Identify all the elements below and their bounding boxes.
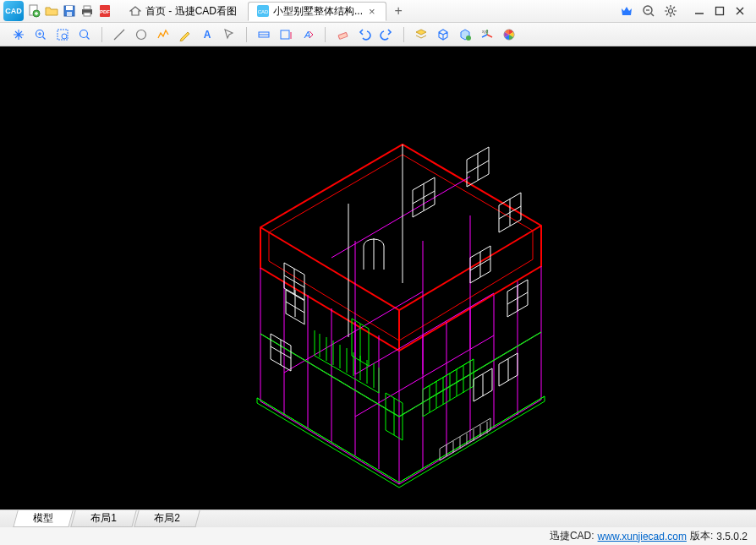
tab-model[interactable]: 模型 — [13, 510, 73, 527]
status-version-label: 版本: — [690, 529, 713, 543]
svg-point-17 — [62, 34, 67, 39]
cad-file-icon: CAD — [257, 5, 269, 17]
line-tool[interactable] — [111, 26, 128, 43]
tab-home[interactable]: 首页 - 迅捷CAD看图 — [120, 2, 246, 21]
svg-rect-7 — [84, 13, 90, 16]
svg-text:A: A — [304, 30, 310, 40]
text-tool[interactable]: A — [199, 26, 216, 43]
color-wheel-tool[interactable] — [501, 26, 518, 43]
vip-icon[interactable] — [619, 3, 634, 19]
tab-home-label: 首页 - 迅捷CAD看图 — [145, 4, 237, 19]
title-bar: CAD PDF 首页 - 迅捷CAD看图 CAD 小型别墅整体结构... × + — [0, 0, 756, 23]
orbit-3d-tool[interactable] — [457, 26, 474, 43]
svg-rect-3 — [66, 6, 73, 10]
zoom-window-tool[interactable] — [54, 26, 71, 43]
minimize-button[interactable] — [690, 3, 709, 19]
layout-tabs: 模型 布局1 布局2 — [0, 510, 756, 527]
tab-active-label: 小型别墅整体结构... — [273, 4, 363, 19]
home-icon — [129, 5, 141, 17]
tab-group: 首页 - 迅捷CAD看图 CAD 小型别墅整体结构... × + — [120, 2, 616, 21]
zoom-out-icon[interactable] — [641, 3, 656, 19]
svg-rect-14 — [716, 8, 724, 15]
app-icon: CAD — [3, 1, 24, 21]
tab-layout1[interactable]: 布局1 — [70, 510, 136, 527]
dim-annotate-tool[interactable]: A — [299, 26, 316, 43]
right-controls — [619, 3, 749, 19]
circle-tool[interactable] — [133, 26, 150, 43]
svg-point-18 — [80, 30, 88, 37]
new-tab-button[interactable]: + — [388, 3, 409, 19]
new-file-button[interactable] — [26, 3, 41, 19]
svg-text:xyz: xyz — [482, 29, 489, 34]
polyline-tool[interactable] — [155, 26, 172, 43]
xyz-axis-tool[interactable]: xyz — [479, 26, 496, 43]
svg-text:CAD: CAD — [258, 9, 269, 14]
maximize-button[interactable] — [710, 3, 729, 19]
status-bar: 迅捷CAD: www.xunjiecad.com 版本: 3.5.0.2 — [0, 527, 756, 545]
pencil-tool[interactable] — [177, 26, 194, 43]
svg-point-25 — [466, 35, 471, 41]
tab-active-file[interactable]: CAD 小型别墅整体结构... × — [248, 2, 386, 21]
svg-text:PDF: PDF — [100, 9, 110, 14]
select-tool[interactable] — [221, 26, 238, 43]
svg-rect-6 — [84, 6, 90, 9]
svg-rect-24 — [338, 32, 348, 39]
svg-point-13 — [669, 9, 673, 14]
eraser-tool[interactable] — [334, 26, 351, 43]
open-file-button[interactable] — [44, 3, 59, 19]
toolbar: A A xyz — [0, 23, 756, 46]
dim-aligned-tool[interactable] — [277, 26, 294, 43]
pan-tool[interactable] — [10, 26, 27, 43]
dim-linear-tool[interactable] — [255, 26, 272, 43]
status-product: 迅捷CAD: — [550, 529, 594, 543]
svg-rect-22 — [281, 30, 289, 39]
pdf-button[interactable]: PDF — [97, 3, 112, 19]
svg-rect-4 — [67, 12, 72, 16]
svg-text:A: A — [204, 29, 211, 41]
redo-button[interactable] — [378, 26, 395, 43]
settings-button[interactable] — [663, 3, 678, 19]
cad-drawing — [0, 46, 756, 510]
zoom-extents-tool[interactable] — [32, 26, 49, 43]
undo-button[interactable] — [356, 26, 373, 43]
svg-point-19 — [137, 30, 146, 39]
status-link[interactable]: www.xunjiecad.com — [598, 531, 687, 542]
box-3d-tool[interactable] — [435, 26, 452, 43]
save-button[interactable] — [62, 3, 77, 19]
close-button[interactable] — [731, 3, 749, 19]
status-version: 3.5.0.2 — [716, 531, 748, 542]
zoom-fit-tool[interactable] — [76, 26, 93, 43]
print-button[interactable] — [79, 3, 95, 19]
cad-canvas[interactable] — [0, 46, 756, 510]
tab-close-button[interactable]: × — [367, 5, 377, 18]
tab-layout2[interactable]: 布局2 — [134, 510, 200, 527]
layer-tool[interactable] — [413, 26, 430, 43]
